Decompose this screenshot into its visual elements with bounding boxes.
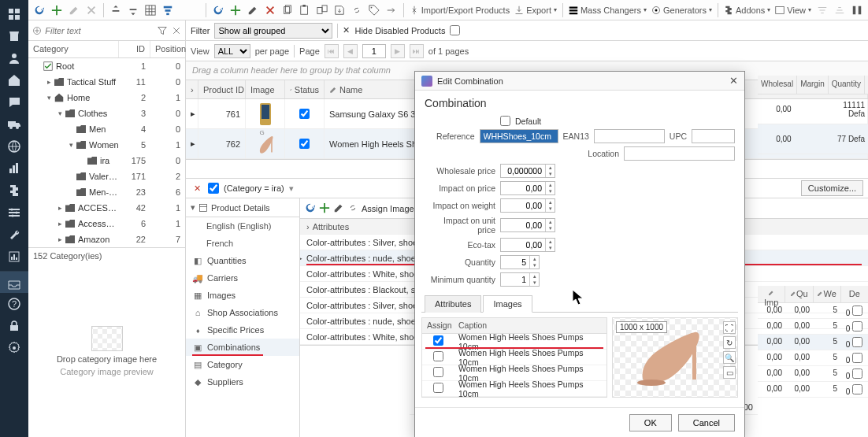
impact-price-input[interactable]: [501, 182, 545, 194]
grid-header-editcol[interactable]: [865, 76, 868, 94]
grid-header-margin[interactable]: Margin: [797, 76, 829, 94]
dialog-titlebar[interactable]: Edit Combination ✕: [415, 72, 744, 91]
detail-item[interactable]: ▣Combinations: [186, 339, 299, 356]
tree-header-id[interactable]: ID: [119, 41, 150, 57]
assign-header[interactable]: Assign: [422, 318, 454, 333]
filter-select[interactable]: Show all grouped: [214, 23, 332, 39]
ean13-input[interactable]: [594, 129, 665, 143]
nav-lock[interactable]: [0, 315, 28, 337]
wholesale-input[interactable]: [501, 165, 545, 177]
export-dropdown[interactable]: Export▾: [513, 6, 558, 15]
upc-input[interactable]: [692, 129, 735, 143]
generators-dropdown[interactable]: Generators▾: [650, 6, 714, 15]
detail-item[interactable]: ⬧Specific Prices: [186, 321, 299, 339]
dialog-ok-button[interactable]: OK: [629, 414, 672, 431]
filter-toggle-button[interactable]: [160, 2, 176, 18]
grid-header-expand[interactable]: ›: [186, 80, 198, 98]
tree-row[interactable]: ▸ACCESSORI421: [28, 200, 185, 216]
move-up-button[interactable]: [108, 2, 124, 18]
copy-button[interactable]: [280, 2, 295, 18]
nav-help[interactable]: ?: [0, 293, 28, 315]
tree-row[interactable]: Men40: [28, 121, 185, 137]
tab-images[interactable]: Images: [483, 295, 532, 313]
nav-globe[interactable]: [0, 135, 28, 157]
nav-stats[interactable]: [0, 157, 28, 180]
first-page-button[interactable]: ⏮: [325, 44, 339, 58]
quantity-input[interactable]: [501, 256, 529, 268]
grid-header-image[interactable]: Image: [246, 80, 285, 98]
location-input[interactable]: [624, 146, 735, 161]
hide-disabled-checkbox[interactable]: [450, 25, 460, 35]
combo-right-row[interactable]: 0,000,0050: [758, 382, 868, 398]
arrow-button[interactable]: [384, 2, 399, 18]
grid-header-wholesale[interactable]: Wholesal: [758, 76, 797, 94]
filter-clear-icon[interactable]: [171, 24, 182, 37]
tree-row[interactable]: ira1750: [28, 153, 185, 169]
link-button[interactable]: [349, 2, 365, 18]
dialog-close-button[interactable]: ✕: [729, 75, 738, 87]
clone-button[interactable]: [314, 2, 330, 18]
edit-category-button[interactable]: [66, 2, 82, 18]
grid-button[interactable]: [143, 2, 158, 18]
detail-item[interactable]: ▤Category: [186, 356, 299, 373]
add-category-button[interactable]: [49, 2, 65, 18]
tree-row[interactable]: Valera test in1712: [28, 169, 185, 184]
nav-home[interactable]: [0, 69, 28, 91]
tree-header-position[interactable]: Position: [150, 41, 185, 57]
move-down-button[interactable]: [125, 2, 141, 18]
view-select[interactable]: ALL: [214, 44, 250, 58]
tag-tool-button[interactable]: [366, 2, 382, 18]
nav-users[interactable]: [0, 47, 28, 69]
edit-product-button[interactable]: [245, 2, 261, 18]
tree-row[interactable]: Men-import236: [28, 184, 185, 200]
grid-header-qty[interactable]: Quantity: [829, 76, 865, 94]
nav-dashboard[interactable]: [0, 3, 28, 25]
combo-right-row[interactable]: 0,000,0050: [758, 319, 868, 335]
ecotax-input[interactable]: [501, 239, 545, 251]
customize-button[interactable]: Customize...: [801, 180, 863, 196]
tree-filter-input[interactable]: [45, 26, 154, 35]
product-details-header[interactable]: ▾ Product Details: [186, 198, 299, 217]
combo-link-button[interactable]: [347, 202, 358, 215]
combo-right-row[interactable]: 0,000,0050: [758, 303, 868, 319]
nav-inbox[interactable]: [0, 271, 28, 293]
delete-product-button[interactable]: [262, 2, 278, 18]
combo-add-button[interactable]: [319, 202, 330, 215]
last-page-button[interactable]: ⏭: [410, 44, 424, 58]
assign-images-label[interactable]: Assign Images: [362, 204, 418, 213]
nav-shipping[interactable]: [0, 113, 28, 135]
preview-rotate-button[interactable]: ↻: [723, 336, 736, 349]
grid-header-status[interactable]: Status: [285, 80, 325, 98]
tree-row[interactable]: ▾Clothes30: [28, 106, 185, 121]
grid-header-id[interactable]: Product ID: [198, 80, 246, 98]
refresh-grid-button[interactable]: [210, 2, 226, 18]
combo-edit-button[interactable]: [333, 202, 344, 215]
detail-item[interactable]: ◧Quantities: [186, 252, 299, 269]
sort-asc-button[interactable]: [814, 2, 830, 18]
preview-fullscreen-button[interactable]: ⛶: [723, 321, 736, 334]
detail-item[interactable]: ◆Suppliers: [186, 373, 299, 391]
tag-checkbox[interactable]: [208, 183, 219, 194]
reference-input[interactable]: [480, 129, 558, 143]
columns-button[interactable]: [849, 2, 865, 18]
view-dropdown[interactable]: View▾: [773, 6, 813, 15]
dialog-cancel-button[interactable]: Cancel: [678, 414, 735, 431]
delete-category-button[interactable]: [83, 2, 99, 18]
refresh-tree-button[interactable]: [32, 2, 47, 18]
detail-item[interactable]: French: [186, 235, 299, 252]
paste-button[interactable]: [297, 2, 313, 18]
import-export-dropdown[interactable]: Import/Export Products: [408, 6, 512, 15]
nav-tools[interactable]: [0, 224, 28, 246]
preview-zoom-button[interactable]: 🔍: [723, 351, 736, 364]
tree-row[interactable]: ▾Home21: [28, 90, 185, 106]
addons-dropdown[interactable]: Addons▾: [722, 6, 772, 15]
clear-filter-icon[interactable]: ✕: [343, 25, 350, 35]
clear-tag-button[interactable]: ✕: [191, 182, 203, 194]
nav-chat[interactable]: [0, 91, 28, 113]
combo-right-row[interactable]: 0,000,0050: [758, 350, 868, 366]
prev-page-button[interactable]: ◀: [343, 44, 358, 58]
combo-right-row[interactable]: 0,000,0050: [758, 335, 868, 350]
tree-row[interactable]: ▸Tactical Stuff110: [28, 74, 185, 90]
add-product-button[interactable]: [228, 2, 243, 18]
impact-unit-input[interactable]: [501, 219, 545, 231]
